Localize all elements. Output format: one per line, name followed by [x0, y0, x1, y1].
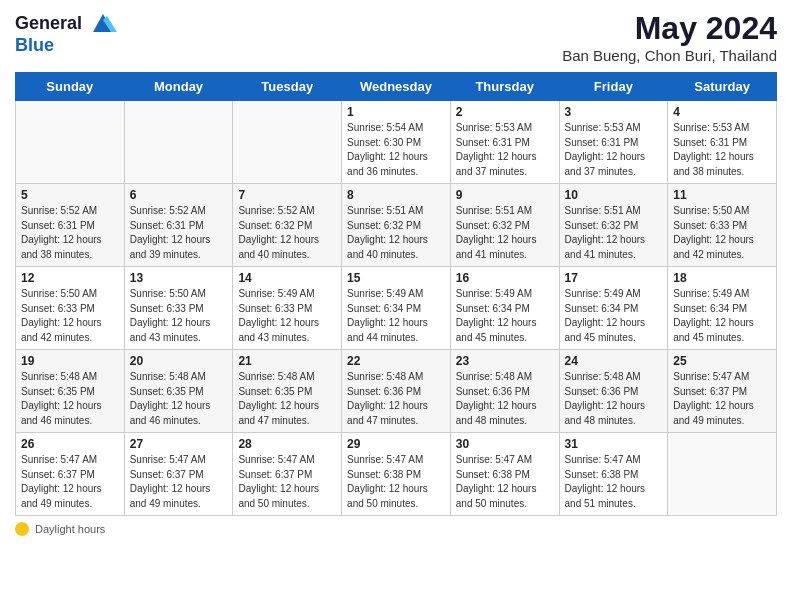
- day-info: Sunrise: 5:48 AM Sunset: 6:36 PM Dayligh…: [565, 370, 663, 428]
- calendar-cell: 1Sunrise: 5:54 AM Sunset: 6:30 PM Daylig…: [342, 101, 451, 184]
- day-header-tuesday: Tuesday: [233, 73, 342, 101]
- calendar-table: SundayMondayTuesdayWednesdayThursdayFrid…: [15, 72, 777, 516]
- day-header-thursday: Thursday: [450, 73, 559, 101]
- day-info: Sunrise: 5:49 AM Sunset: 6:34 PM Dayligh…: [456, 287, 554, 345]
- day-number: 15: [347, 271, 445, 285]
- calendar-cell: 10Sunrise: 5:51 AM Sunset: 6:32 PM Dayli…: [559, 184, 668, 267]
- calendar-cell: 25Sunrise: 5:47 AM Sunset: 6:37 PM Dayli…: [668, 350, 777, 433]
- day-number: 30: [456, 437, 554, 451]
- day-number: 1: [347, 105, 445, 119]
- week-row-2: 5Sunrise: 5:52 AM Sunset: 6:31 PM Daylig…: [16, 184, 777, 267]
- day-number: 12: [21, 271, 119, 285]
- day-number: 17: [565, 271, 663, 285]
- day-number: 20: [130, 354, 228, 368]
- calendar-cell: 30Sunrise: 5:47 AM Sunset: 6:38 PM Dayli…: [450, 433, 559, 516]
- calendar-cell: 4Sunrise: 5:53 AM Sunset: 6:31 PM Daylig…: [668, 101, 777, 184]
- title-block: May 2024 Ban Bueng, Chon Buri, Thailand: [562, 10, 777, 64]
- day-info: Sunrise: 5:47 AM Sunset: 6:37 PM Dayligh…: [130, 453, 228, 511]
- day-info: Sunrise: 5:48 AM Sunset: 6:35 PM Dayligh…: [21, 370, 119, 428]
- calendar-cell: [124, 101, 233, 184]
- day-number: 11: [673, 188, 771, 202]
- day-header-monday: Monday: [124, 73, 233, 101]
- day-info: Sunrise: 5:47 AM Sunset: 6:38 PM Dayligh…: [456, 453, 554, 511]
- day-info: Sunrise: 5:51 AM Sunset: 6:32 PM Dayligh…: [456, 204, 554, 262]
- logo-text: General: [15, 10, 117, 38]
- calendar-cell: 6Sunrise: 5:52 AM Sunset: 6:31 PM Daylig…: [124, 184, 233, 267]
- day-number: 25: [673, 354, 771, 368]
- day-number: 28: [238, 437, 336, 451]
- day-info: Sunrise: 5:52 AM Sunset: 6:31 PM Dayligh…: [21, 204, 119, 262]
- day-info: Sunrise: 5:49 AM Sunset: 6:34 PM Dayligh…: [673, 287, 771, 345]
- day-number: 19: [21, 354, 119, 368]
- main-title: May 2024: [562, 10, 777, 47]
- day-info: Sunrise: 5:47 AM Sunset: 6:37 PM Dayligh…: [673, 370, 771, 428]
- day-number: 29: [347, 437, 445, 451]
- subtitle: Ban Bueng, Chon Buri, Thailand: [562, 47, 777, 64]
- week-row-1: 1Sunrise: 5:54 AM Sunset: 6:30 PM Daylig…: [16, 101, 777, 184]
- day-info: Sunrise: 5:53 AM Sunset: 6:31 PM Dayligh…: [565, 121, 663, 179]
- calendar-cell: 29Sunrise: 5:47 AM Sunset: 6:38 PM Dayli…: [342, 433, 451, 516]
- calendar-cell: 8Sunrise: 5:51 AM Sunset: 6:32 PM Daylig…: [342, 184, 451, 267]
- day-number: 8: [347, 188, 445, 202]
- day-info: Sunrise: 5:48 AM Sunset: 6:36 PM Dayligh…: [456, 370, 554, 428]
- day-info: Sunrise: 5:47 AM Sunset: 6:38 PM Dayligh…: [565, 453, 663, 511]
- calendar-cell: 13Sunrise: 5:50 AM Sunset: 6:33 PM Dayli…: [124, 267, 233, 350]
- day-number: 26: [21, 437, 119, 451]
- calendar-cell: 17Sunrise: 5:49 AM Sunset: 6:34 PM Dayli…: [559, 267, 668, 350]
- calendar-cell: 28Sunrise: 5:47 AM Sunset: 6:37 PM Dayli…: [233, 433, 342, 516]
- day-info: Sunrise: 5:50 AM Sunset: 6:33 PM Dayligh…: [21, 287, 119, 345]
- calendar-cell: 31Sunrise: 5:47 AM Sunset: 6:38 PM Dayli…: [559, 433, 668, 516]
- calendar-cell: 27Sunrise: 5:47 AM Sunset: 6:37 PM Dayli…: [124, 433, 233, 516]
- day-info: Sunrise: 5:50 AM Sunset: 6:33 PM Dayligh…: [130, 287, 228, 345]
- calendar-cell: 5Sunrise: 5:52 AM Sunset: 6:31 PM Daylig…: [16, 184, 125, 267]
- day-info: Sunrise: 5:49 AM Sunset: 6:34 PM Dayligh…: [347, 287, 445, 345]
- day-info: Sunrise: 5:51 AM Sunset: 6:32 PM Dayligh…: [347, 204, 445, 262]
- day-info: Sunrise: 5:47 AM Sunset: 6:37 PM Dayligh…: [238, 453, 336, 511]
- daylight-label: Daylight hours: [35, 523, 105, 535]
- calendar-cell: 9Sunrise: 5:51 AM Sunset: 6:32 PM Daylig…: [450, 184, 559, 267]
- day-number: 24: [565, 354, 663, 368]
- day-info: Sunrise: 5:47 AM Sunset: 6:37 PM Dayligh…: [21, 453, 119, 511]
- calendar-cell: 19Sunrise: 5:48 AM Sunset: 6:35 PM Dayli…: [16, 350, 125, 433]
- day-info: Sunrise: 5:47 AM Sunset: 6:38 PM Dayligh…: [347, 453, 445, 511]
- day-header-wednesday: Wednesday: [342, 73, 451, 101]
- day-number: 6: [130, 188, 228, 202]
- day-number: 5: [21, 188, 119, 202]
- calendar-cell: [16, 101, 125, 184]
- calendar-cell: 3Sunrise: 5:53 AM Sunset: 6:31 PM Daylig…: [559, 101, 668, 184]
- day-headers-row: SundayMondayTuesdayWednesdayThursdayFrid…: [16, 73, 777, 101]
- week-row-5: 26Sunrise: 5:47 AM Sunset: 6:37 PM Dayli…: [16, 433, 777, 516]
- calendar-cell: 12Sunrise: 5:50 AM Sunset: 6:33 PM Dayli…: [16, 267, 125, 350]
- day-info: Sunrise: 5:53 AM Sunset: 6:31 PM Dayligh…: [673, 121, 771, 179]
- logo: General Blue: [15, 10, 117, 56]
- sun-icon: [15, 522, 29, 536]
- day-number: 2: [456, 105, 554, 119]
- day-info: Sunrise: 5:54 AM Sunset: 6:30 PM Dayligh…: [347, 121, 445, 179]
- day-number: 31: [565, 437, 663, 451]
- week-row-4: 19Sunrise: 5:48 AM Sunset: 6:35 PM Dayli…: [16, 350, 777, 433]
- day-info: Sunrise: 5:48 AM Sunset: 6:35 PM Dayligh…: [130, 370, 228, 428]
- day-info: Sunrise: 5:49 AM Sunset: 6:33 PM Dayligh…: [238, 287, 336, 345]
- day-number: 10: [565, 188, 663, 202]
- day-info: Sunrise: 5:49 AM Sunset: 6:34 PM Dayligh…: [565, 287, 663, 345]
- day-info: Sunrise: 5:51 AM Sunset: 6:32 PM Dayligh…: [565, 204, 663, 262]
- day-header-saturday: Saturday: [668, 73, 777, 101]
- calendar-cell: 23Sunrise: 5:48 AM Sunset: 6:36 PM Dayli…: [450, 350, 559, 433]
- calendar-cell: 14Sunrise: 5:49 AM Sunset: 6:33 PM Dayli…: [233, 267, 342, 350]
- day-info: Sunrise: 5:48 AM Sunset: 6:35 PM Dayligh…: [238, 370, 336, 428]
- logo-icon: [89, 10, 117, 38]
- day-number: 9: [456, 188, 554, 202]
- day-info: Sunrise: 5:52 AM Sunset: 6:32 PM Dayligh…: [238, 204, 336, 262]
- calendar-cell: 15Sunrise: 5:49 AM Sunset: 6:34 PM Dayli…: [342, 267, 451, 350]
- calendar-cell: 11Sunrise: 5:50 AM Sunset: 6:33 PM Dayli…: [668, 184, 777, 267]
- day-number: 3: [565, 105, 663, 119]
- page-header: General Blue May 2024 Ban Bueng, Chon Bu…: [15, 10, 777, 64]
- day-number: 18: [673, 271, 771, 285]
- day-number: 27: [130, 437, 228, 451]
- day-number: 14: [238, 271, 336, 285]
- logo-blue-text: Blue: [15, 36, 117, 56]
- day-info: Sunrise: 5:53 AM Sunset: 6:31 PM Dayligh…: [456, 121, 554, 179]
- calendar-cell: [668, 433, 777, 516]
- day-number: 7: [238, 188, 336, 202]
- day-header-sunday: Sunday: [16, 73, 125, 101]
